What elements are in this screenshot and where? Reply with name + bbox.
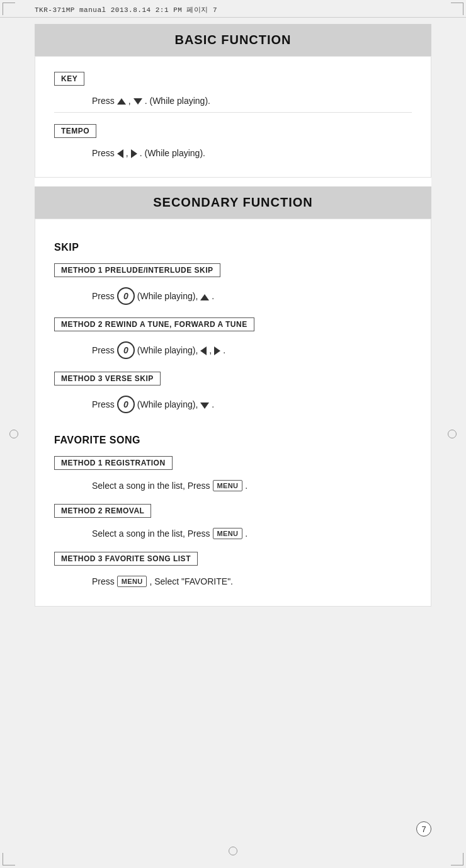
main-content: BASIC FUNCTION KEY Press , . (While play… xyxy=(35,24,431,607)
skip-method1-instruction: Press 0 (While playing), . xyxy=(54,283,412,309)
menu-button-2: MENU xyxy=(213,528,243,539)
menu-button-1: MENU xyxy=(213,480,243,491)
fav-method1-instruction: Select a song in the list, Press MENU . xyxy=(54,476,412,495)
fav-method2-label: METHOD 2 REMOVAL xyxy=(54,504,151,518)
page-header: TKR-371MP manual 2013.8.14 2:1 PM 페이지 7 xyxy=(0,0,466,18)
reg-mark-left xyxy=(9,430,18,438)
reg-mark-right xyxy=(448,430,457,438)
skip-method1-section: METHOD 1 PRELUDE/INTERLUDE SKIP Press 0 … xyxy=(54,260,412,309)
arrow-left-icon-2 xyxy=(200,345,207,355)
arrow-down-icon-2 xyxy=(200,399,209,409)
arrow-right-icon xyxy=(131,148,137,158)
circle-o-button-2: 0 xyxy=(117,341,135,359)
secondary-function-header: SECONDARY FUNCTION xyxy=(35,186,431,219)
secondary-function-content: SKIP METHOD 1 PRELUDE/INTERLUDE SKIP Pre… xyxy=(35,219,431,607)
fav-method2-section: METHOD 2 REMOVAL Select a song in the li… xyxy=(54,495,412,543)
basic-function-title: BASIC FUNCTION xyxy=(174,33,291,47)
fav-method2-instruction: Select a song in the list, Press MENU . xyxy=(54,524,412,543)
circle-o-button-1: 0 xyxy=(117,287,135,305)
arrow-right-icon-2 xyxy=(214,345,220,355)
arrow-up-icon-2 xyxy=(200,291,209,301)
crop-mark-bl xyxy=(3,853,15,865)
arrow-up-icon xyxy=(117,96,126,106)
skip-method2-instruction: Press 0 (While playing), , . xyxy=(54,338,412,363)
header-text: TKR-371MP manual 2013.8.14 2:1 PM 페이지 7 xyxy=(35,5,217,14)
key-section: KEY Press , . (While playing). xyxy=(54,68,412,110)
tempo-section: TEMPO Press , . (While playing). xyxy=(54,115,412,162)
skip-title: SKIP xyxy=(54,242,412,253)
fav-method3-label: METHOD 3 FAVORITE SONG LIST xyxy=(54,552,198,566)
crop-mark-tl xyxy=(3,3,15,15)
page-number: 7 xyxy=(416,821,431,837)
skip-method3-section: METHOD 3 VERSE SKIP Press 0 (While playi… xyxy=(54,363,412,417)
skip-method3-instruction: Press 0 (While playing), . xyxy=(54,392,412,417)
page-container: TKR-371MP manual 2013.8.14 2:1 PM 페이지 7 … xyxy=(0,0,466,868)
key-separator xyxy=(54,112,412,113)
reg-mark-bottom xyxy=(229,847,237,855)
circle-o-button-3: 0 xyxy=(117,396,135,413)
menu-button-3: MENU xyxy=(117,576,147,587)
basic-function-header: BASIC FUNCTION xyxy=(35,24,431,56)
crop-mark-br xyxy=(451,853,463,865)
fav-method3-section: METHOD 3 FAVORITE SONG LIST Press MENU ,… xyxy=(54,543,412,591)
secondary-function-title: SECONDARY FUNCTION xyxy=(153,195,313,209)
skip-method2-label: METHOD 2 REWIND A TUNE, FORWARD A TUNE xyxy=(54,317,254,331)
crop-mark-tr xyxy=(451,3,463,15)
fav-method1-section: METHOD 1 REGISTRATION Select a song in t… xyxy=(54,452,412,495)
basic-function-content: KEY Press , . (While playing). TEMPO Pre… xyxy=(35,56,431,178)
arrow-down-icon xyxy=(134,96,142,106)
key-instruction: Press , . (While playing). xyxy=(54,92,412,110)
key-label: KEY xyxy=(54,72,84,86)
tempo-label: TEMPO xyxy=(54,124,96,138)
fav-method3-instruction: Press MENU , Select "FAVORITE". xyxy=(54,572,412,591)
skip-method1-label: METHOD 1 PRELUDE/INTERLUDE SKIP xyxy=(54,263,220,277)
skip-method3-label: METHOD 3 VERSE SKIP xyxy=(54,372,161,385)
tempo-instruction: Press , . (While playing). xyxy=(54,144,412,162)
arrow-left-icon xyxy=(117,148,123,158)
favorite-song-title: FAVORITE SONG xyxy=(54,435,412,446)
fav-method1-label: METHOD 1 REGISTRATION xyxy=(54,456,173,470)
skip-method2-section: METHOD 2 REWIND A TUNE, FORWARD A TUNE P… xyxy=(54,309,412,363)
